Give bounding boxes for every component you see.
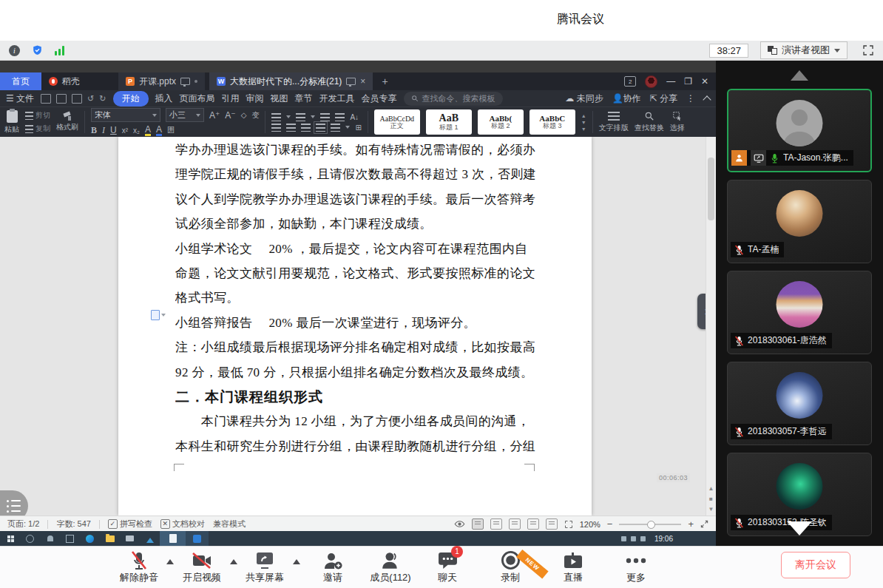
spellcheck-toggle[interactable]: ✓拼写检查 [108, 518, 152, 530]
style-heading2[interactable]: AaBb( 标题 2 [478, 109, 524, 135]
copy-button[interactable]: 复制 [25, 124, 50, 134]
participant-tile[interactable]: 2018303061-唐浩然 [727, 271, 872, 354]
find-replace-button[interactable]: 查找替换 [635, 111, 664, 133]
view-web-icon[interactable] [527, 518, 539, 530]
slider-thumb[interactable] [647, 521, 655, 529]
decrease-indent-button[interactable] [320, 113, 330, 121]
share-button[interactable]: ⇱ 分享 [650, 92, 677, 105]
font-color-button[interactable]: A [156, 124, 162, 136]
participant-tile[interactable]: TA-孟楠 [727, 180, 872, 263]
document-page[interactable]: 学办办理退选该门课程的手续。如有特殊情况需请假的，必须办 理学院正规的请假手续，… [118, 137, 592, 516]
quick-access-toolbar[interactable]: ↺ ↻ [41, 94, 106, 104]
bullet-list-button[interactable] [271, 113, 281, 121]
fullscreen-button[interactable] [862, 44, 874, 56]
chat-button[interactable]: 1 聊天 [416, 550, 479, 584]
new-tab-button[interactable]: + [373, 72, 396, 90]
subscript-button[interactable]: x₂ [133, 126, 140, 135]
invite-button[interactable]: 邀请 [301, 550, 365, 584]
taskbar-clock[interactable]: 19:06 [654, 535, 673, 543]
active-app-wps[interactable] [160, 531, 186, 546]
share-screen-button[interactable]: 共享屏幕 [233, 550, 297, 584]
format-painter-button[interactable]: 格式刷 [56, 112, 78, 132]
comment-icon[interactable] [151, 310, 160, 320]
menu-view[interactable]: 视图 [271, 92, 288, 105]
superscript-button[interactable]: x² [122, 126, 128, 135]
record-button[interactable]: NEW 录制 [478, 550, 542, 584]
members-button[interactable]: 成员(112) [359, 550, 422, 584]
page-nav-icon[interactable]: ■ [709, 496, 713, 502]
system-tray[interactable] [621, 536, 646, 541]
menu-file[interactable]: ☰ 文件 [6, 92, 34, 105]
start-button[interactable] [0, 531, 20, 546]
highlight-color-button[interactable]: A [145, 124, 151, 136]
menu-start[interactable]: 开始 [113, 91, 149, 107]
preview-icon[interactable] [72, 94, 82, 104]
leave-meeting-button[interactable]: 离开会议 [781, 552, 850, 578]
close-icon[interactable]: ✕ [701, 77, 708, 86]
style-heading1[interactable]: AaB 标题 1 [426, 109, 472, 135]
proofread-toggle[interactable]: ✕文档校对 [160, 518, 205, 530]
start-video-button[interactable]: 开启视频 [170, 550, 234, 584]
shield-protection-icon[interactable] [32, 44, 43, 56]
task-view-icon[interactable] [60, 531, 80, 546]
scroll-down-arrow-icon[interactable] [787, 521, 812, 535]
sync-status[interactable]: ☁ 未同步 [565, 92, 603, 105]
zoom-level[interactable]: 120% [580, 520, 600, 529]
select-button[interactable]: 选择 [670, 111, 685, 133]
align-right-button[interactable] [301, 124, 311, 132]
font-name-select[interactable]: 宋体 [91, 108, 160, 122]
increase-indent-button[interactable] [335, 113, 345, 121]
window-count-badge[interactable]: 2 [624, 76, 636, 87]
menu-section[interactable]: 章节 [295, 92, 313, 105]
app-icon[interactable] [140, 531, 160, 546]
style-gallery-scroll[interactable]: ▲▼▼ [581, 113, 586, 132]
fullscreen-icon[interactable] [700, 520, 708, 528]
decrease-font-icon[interactable]: A⁻ [225, 110, 235, 121]
print-icon[interactable] [56, 94, 67, 104]
tab-doc-file-active[interactable]: W 大数据时代下的...分标准(21) × [209, 72, 373, 90]
zoom-out-button[interactable]: − [607, 519, 613, 529]
share-options-arrow[interactable] [293, 559, 300, 564]
file-explorer-icon[interactable] [100, 531, 120, 546]
zoom-slider[interactable] [619, 524, 681, 525]
menu-member[interactable]: 会员专享 [362, 92, 397, 105]
underline-button[interactable]: U [110, 125, 117, 135]
zoom-in-button[interactable]: + [688, 519, 694, 529]
align-center-button[interactable] [286, 124, 296, 132]
edge-browser-icon[interactable] [80, 531, 100, 546]
live-button[interactable]: 直播 [541, 550, 605, 584]
view-book-icon[interactable] [509, 518, 521, 530]
menu-dev-tools[interactable]: 开发工具 [319, 92, 355, 105]
sort-button[interactable]: A↓ [350, 113, 359, 121]
menu-references[interactable]: 引用 [222, 92, 240, 105]
search-icon[interactable] [20, 531, 40, 546]
collapse-ribbon-icon[interactable] [703, 95, 711, 104]
meeting-info-icon[interactable]: i [9, 45, 20, 56]
active-app-2[interactable] [186, 531, 209, 546]
tab-ppt-file[interactable]: P 开课.pptx [118, 72, 205, 90]
scroll-up-arrow-icon[interactable] [791, 70, 808, 81]
bold-button[interactable]: B [91, 125, 97, 136]
eye-icon[interactable] [454, 520, 465, 528]
line-spacing-button[interactable] [331, 124, 340, 132]
unmute-button[interactable]: 解除静音 [107, 550, 171, 584]
printer-icon[interactable] [120, 531, 140, 546]
borders-button[interactable]: ⊞ [355, 124, 361, 132]
tab-home[interactable]: 首页 [0, 72, 41, 90]
vertical-scrollbar[interactable]: ▲■▼ [706, 137, 716, 516]
paste-button[interactable]: 粘贴 [4, 110, 19, 135]
collaborate-button[interactable]: 👤协作 [612, 92, 641, 105]
view-mode-button[interactable]: 演讲者视图 [760, 41, 848, 59]
align-left-button[interactable] [271, 124, 281, 132]
undo-icon[interactable]: ↺ [87, 94, 94, 104]
participant-tile[interactable]: TA-Jason.张鹏... [727, 89, 872, 172]
save-icon[interactable] [41, 94, 51, 104]
style-normal[interactable]: AaBbCcDd 正文 [374, 109, 420, 135]
character-border-button[interactable]: 囲 [167, 125, 175, 135]
menu-review[interactable]: 审阅 [246, 92, 264, 105]
italic-button[interactable]: I [102, 125, 105, 136]
more-button[interactable]: 更多 [604, 550, 668, 584]
style-heading3[interactable]: AaBbC 标题 3 [530, 109, 575, 135]
minimize-icon[interactable]: — [666, 77, 675, 86]
scrollbar-thumb[interactable] [708, 158, 714, 220]
